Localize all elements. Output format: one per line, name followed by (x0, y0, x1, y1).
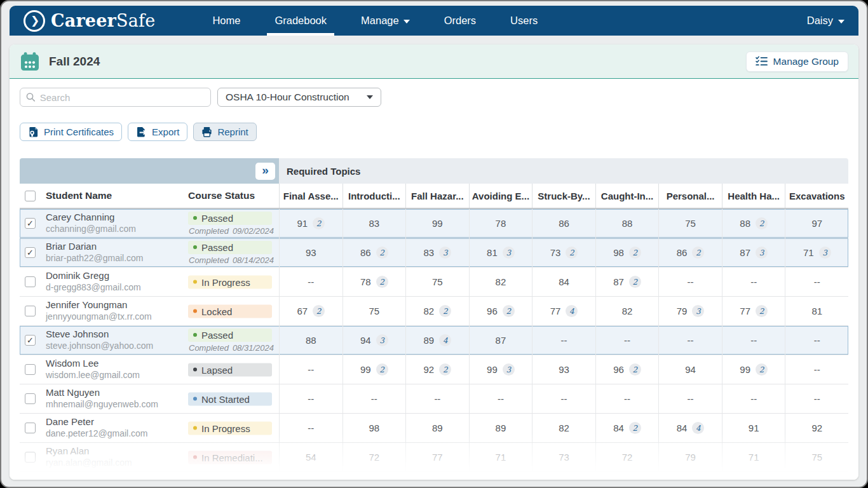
attempts-badge: 2 (313, 305, 325, 317)
student-email: ryan.alan@gmail.com (46, 458, 132, 469)
select-all-checkbox[interactable] (25, 191, 36, 201)
attempts-badge: 2 (629, 247, 641, 259)
attempts-badge: 3 (692, 305, 704, 317)
score-cell: -- (405, 384, 469, 413)
status-label: Passed (201, 330, 233, 341)
score-cell: 71 (722, 443, 785, 471)
student-info: Jennifer Youngman jennyyoungman@tx.rr.co… (46, 299, 152, 322)
status-wrap: Passed Completed09/02/2024 (188, 212, 272, 236)
student-name: Dominik Gregg (46, 270, 141, 282)
student-info: Ryan Alan ryan.alan@gmail.com (46, 445, 132, 468)
score-cell: -- (785, 355, 848, 384)
attempts-badge: 2 (629, 422, 641, 434)
score-cell: 882 (722, 209, 785, 238)
score-cell: 94 (658, 355, 722, 384)
attempts-badge: 3 (756, 247, 768, 259)
careersafe-logo[interactable]: ❯ CareerSafe (24, 10, 155, 32)
nav-item-home[interactable]: Home (212, 6, 240, 36)
score-cell: -- (722, 268, 785, 296)
table-row[interactable]: Matt Nguyen mhnemail@nguyenweb.com Not S… (20, 384, 848, 414)
left-column-headers: Student Name Course Status (20, 184, 279, 208)
row-checkbox[interactable] (25, 423, 36, 433)
student-email: briar-path22@gmail.com (46, 253, 144, 264)
score-cell: 732 (532, 238, 595, 267)
topic-column-header: Excavations (785, 184, 848, 208)
row-checkbox[interactable] (25, 276, 36, 287)
status-badge: Passed (188, 212, 272, 225)
row-checkbox[interactable]: ✓ (25, 247, 36, 258)
search-input[interactable] (40, 92, 205, 103)
score-cell: -- (658, 268, 722, 296)
table-row[interactable]: Wisdom Lee wisdom.lee@gmail.com Lapsed -… (20, 355, 848, 384)
gradebook-table: » Required Topics Student Name Course St… (20, 158, 848, 472)
print-certificates-button[interactable]: Print Certificates (20, 123, 122, 141)
row-checkbox[interactable] (25, 306, 36, 316)
table-row[interactable]: ✓ Carey Channing cchanning@gmail.com Pas… (20, 209, 848, 238)
table-row[interactable]: ✓ Steve Johnson steve.johnson@yahoo.com … (20, 326, 848, 355)
status-badge: Not Started (188, 392, 272, 405)
attempts-badge: 4 (692, 422, 704, 434)
student-info: Carey Channing cchanning@gmail.com (46, 212, 136, 234)
score-cells: 93862833813732982862873713 (279, 238, 848, 267)
attempts-badge: 2 (439, 363, 451, 376)
status-badge: In Progress (188, 275, 272, 288)
attempts-badge: 2 (376, 247, 388, 259)
student-cell: Wisdom Lee wisdom.lee@gmail.com Lapsed (20, 355, 279, 384)
score-cell: 91 (722, 414, 785, 442)
user-name: Daisy (807, 15, 833, 27)
status-label: In Remediati... (201, 452, 263, 463)
score-cell: 993 (469, 355, 532, 384)
attempts-badge: 2 (629, 276, 641, 288)
table-row[interactable]: Ryan Alan ryan.alan@gmail.com In Remedia… (20, 443, 848, 472)
row-checkbox[interactable] (25, 393, 36, 404)
row-checkbox[interactable] (25, 452, 36, 463)
reprint-button[interactable]: Reprint (193, 123, 256, 141)
score-cell: 79 (658, 443, 722, 471)
manage-group-button[interactable]: Manage Group (746, 51, 848, 72)
row-checkbox[interactable] (25, 364, 36, 375)
student-email: cchanning@gmail.com (46, 224, 136, 235)
status-label: Passed (201, 213, 233, 224)
table-row[interactable]: Dominik Gregg d-gregg883@gmail.com In Pr… (20, 268, 848, 297)
expand-columns-button[interactable]: » (255, 163, 275, 180)
status-label: In Progress (201, 276, 250, 287)
table-row[interactable]: ✓ Briar Darian briar-path22@gmail.com Pa… (20, 238, 848, 268)
score-cell: -- (532, 326, 595, 355)
score-cells: 8894389487---------- (279, 326, 848, 355)
topic-column-header: Final Asse... (279, 184, 342, 208)
score-cell: 894 (405, 326, 469, 355)
nav-item-gradebook[interactable]: Gradebook (275, 6, 327, 36)
topic-column-header: Introducti... (342, 184, 406, 208)
user-menu[interactable]: Daisy (807, 15, 844, 27)
attempts-badge: 2 (629, 363, 641, 376)
status-badge: Locked (188, 304, 272, 318)
student-info: Dane Peter dane.peter12@gmail.com (46, 416, 148, 439)
nav-item-orders[interactable]: Orders (444, 6, 476, 36)
row-checkbox[interactable]: ✓ (25, 218, 36, 229)
attempts-badge: 3 (503, 247, 515, 259)
table-column-headers: Student Name Course Status Final Asse...… (20, 184, 848, 209)
topic-column-header: Health Ha... (722, 184, 785, 208)
score-cell: -- (595, 384, 659, 413)
course-select[interactable]: OSHA 10-Hour Construction (217, 88, 381, 107)
score-cell: 873 (722, 238, 785, 267)
score-cell: 83 (342, 209, 406, 238)
nav-item-users[interactable]: Users (510, 6, 538, 36)
student-email: d-gregg883@gmail.com (46, 282, 141, 294)
score-cell: 992 (722, 355, 785, 384)
score-cell: 922 (405, 355, 469, 384)
score-cell: 86 (532, 209, 595, 238)
row-checkbox[interactable]: ✓ (25, 335, 36, 346)
score-cell: -- (722, 326, 785, 355)
student-name: Matt Nguyen (46, 387, 158, 399)
export-button[interactable]: Export (128, 123, 187, 141)
table-row[interactable]: Dane Peter dane.peter12@gmail.com In Pro… (20, 414, 848, 443)
nav-item-manage[interactable]: Manage (361, 6, 410, 36)
score-cell: 962 (595, 355, 659, 384)
attempts-badge: 2 (313, 217, 325, 229)
table-row[interactable]: Jennifer Youngman jennyyoungman@tx.rr.co… (20, 297, 848, 326)
score-cell: -- (279, 384, 342, 413)
score-cell: 75 (405, 268, 469, 296)
status-dot-icon (193, 309, 197, 313)
score-cell: 72 (342, 443, 406, 471)
